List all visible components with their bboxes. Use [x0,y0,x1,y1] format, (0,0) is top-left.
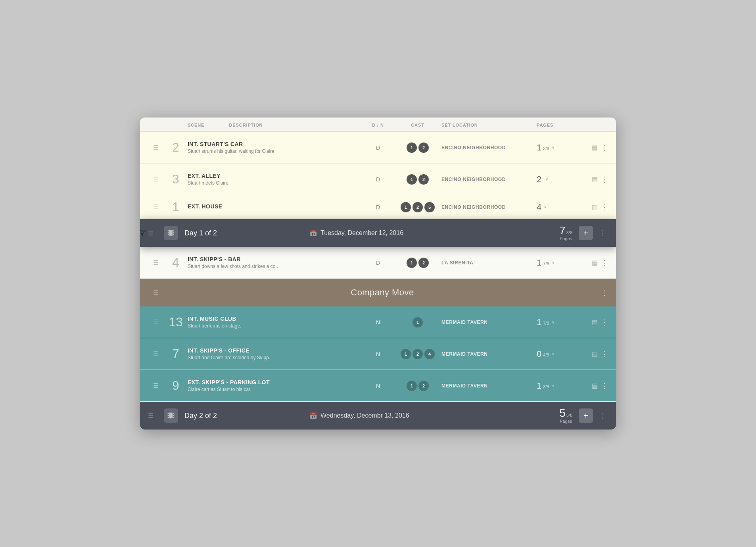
day2-pages-num: 5 [559,408,566,419]
chevron-down-icon[interactable]: ∨ [552,145,555,150]
scene-subtitle-9: Claire carries Stuart to his car. [188,387,362,392]
drag-handle-13[interactable]: ☰ [148,318,164,326]
main-container: SCENE DESCRIPTION D / N CAST SET LOCATIO… [140,117,616,430]
col-header-description: DESCRIPTION [229,123,263,127]
day-icon-button[interactable] [164,226,178,240]
stacks-icon[interactable]: ▤ [592,318,598,326]
day1-more-button[interactable]: ⋮ [596,229,608,237]
more-icon[interactable]: ⋮ [601,258,608,267]
svg-rect-9 [168,417,169,418]
company-move-more[interactable]: ⋮ [601,288,608,297]
chevron-down-icon[interactable]: ∨ [552,320,555,324]
day2-add-button[interactable]: + [579,408,593,423]
scene-number-2: 2 [164,140,188,155]
drag-handle-9[interactable]: ☰ [148,382,164,389]
day1-add-button[interactable]: + [579,226,593,240]
svg-rect-8 [168,415,169,416]
scene-number-1: 1 [164,200,188,214]
more-icon[interactable]: ⋮ [601,143,608,152]
svg-rect-5 [173,232,174,233]
col-header-scene: SCENE [188,123,204,127]
chevron-down-icon[interactable]: ∨ [552,352,555,356]
company-move-label: Company Move [164,287,601,298]
location-9: MERMAID TAVERN [441,383,537,389]
cast-3: 1 2 [394,174,441,185]
day2-date-section: 📅 Wednesday, Decembr 13, 2016 [309,412,559,420]
scene-info-4: INT. SKIPP'S - BAR Stuart downs a few sh… [188,253,362,272]
stacks-icon[interactable]: ▤ [592,203,598,211]
day1-pages: 7 3/8 Pages [559,225,572,241]
dm-7: N [362,351,394,357]
day2-icon-button[interactable] [164,408,178,423]
day1-pages-num: 7 [559,225,566,236]
pages-2: 1 3/8 ∨ [537,143,584,153]
dm-3: D [362,176,394,183]
col-header-pages: PAGES [537,123,553,127]
day-row-2: ☰ Day 2 of 2 📅 Wednesday, Decembr 13, 20… [140,402,616,430]
chevron-down-icon[interactable]: ∨ [545,177,548,181]
cast-badge: 4 [424,349,435,359]
chevron-down-icon[interactable]: ∨ [544,205,547,209]
company-move-drag[interactable]: ☰ [148,289,164,297]
drag-handle-3[interactable]: ☰ [148,175,164,183]
pages-frac-9: 3/8 [543,384,549,389]
scene-info-3: EXT. ALLEY Stuart meets Claire. [188,169,362,189]
more-icon[interactable]: ⋮ [601,350,608,358]
svg-rect-13 [173,417,174,418]
actions-4: ▤ ⋮ [584,258,608,267]
more-icon[interactable]: ⋮ [601,203,608,212]
more-icon[interactable]: ⋮ [601,318,608,327]
svg-rect-1 [168,232,169,233]
cast-badge: 2 [413,349,423,359]
cast-7: 1 2 4 [394,349,441,359]
day2-more-button[interactable]: ⋮ [596,411,608,420]
scene-title-1: EXT. HOUSE [188,203,362,210]
cast-badge: 2 [418,143,429,153]
location-3: ENCINO NEIGHBORHOOD [441,177,537,182]
cast-badge: 1 [407,258,417,268]
more-icon[interactable]: ⋮ [601,381,608,390]
stacks-icon[interactable]: ▤ [592,175,598,183]
drag-handle-4[interactable]: ☰ [148,259,164,266]
dm-13: N [362,319,394,326]
stacks-icon[interactable]: ▤ [592,259,598,266]
chevron-down-icon[interactable]: ∨ [552,260,555,265]
stacks-icon[interactable]: ▤ [592,350,598,358]
stacks-icon[interactable]: ▤ [592,144,598,151]
pages-3: 2 ∨ [537,174,584,185]
cast-badge: 1 [407,174,417,185]
scene-number-7: 7 [164,347,188,361]
more-icon[interactable]: ⋮ [601,175,608,184]
day2-date: Wednesday, Decembr 13, 2016 [320,412,409,419]
day1-pages-label: Pages [560,236,572,241]
scene-number-4: 4 [164,255,188,270]
chevron-down-icon[interactable]: ∨ [552,383,555,388]
scene-subtitle-4: Stuart downs a few shots and strikes a c… [188,264,362,269]
company-move-row: ☰ Company Move ⋮ [140,279,616,306]
cast-badge: 2 [418,174,429,185]
scene-number-13: 13 [164,315,188,329]
pages-main-7: 0 [537,349,541,359]
drag-handle-2[interactable]: ☰ [148,144,164,151]
location-4: LA SIRENITA [441,260,537,266]
dm-9: N [362,383,394,389]
scene-title-2: INT. STUART'S CAR [188,141,362,147]
cast-9: 1 2 [394,381,441,391]
col-header-cast: CAST [411,123,424,127]
drag-handle-7[interactable]: ☰ [148,350,164,358]
location-13: MERMAID TAVERN [441,320,537,325]
scene-subtitle-3: Stuart meets Claire. [188,180,362,186]
drag-handle-1[interactable]: ☰ [148,203,164,211]
cast-badge: 2 [418,258,429,268]
scene-subtitle-7: Stuart and Claire are scolded by Skipp. [188,355,362,360]
scene-title-7: INT. SKIPP'S - OFFICE [188,347,362,354]
scene-title-3: EXT. ALLEY [188,173,362,179]
svg-rect-7 [168,413,169,414]
film-strip-icon [167,229,175,237]
stacks-icon[interactable]: ▤ [592,382,598,389]
day2-label: Day 2 of 2 [184,412,309,420]
day-drag-handle[interactable]: ☰ [148,229,164,237]
day2-drag-handle[interactable]: ☰ [148,412,164,420]
scene-subtitle-2: Stuart strums his guitar, waiting for Cl… [188,148,362,154]
col-header-location: SET LOCATION [441,123,478,127]
